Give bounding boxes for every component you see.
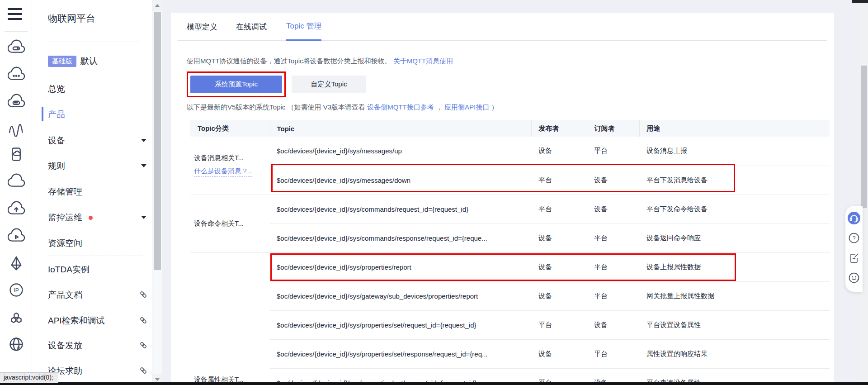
scrollbar-thumb[interactable] <box>861 66 867 208</box>
svg-text:w: w <box>16 345 20 350</box>
icon-rail: IP w <box>0 0 32 385</box>
tab-topic-management[interactable]: Topic 管理 <box>286 13 321 41</box>
sidebar-dashed-divider <box>48 256 143 256</box>
app-api-link[interactable]: 应用侧API接口 <box>444 103 489 111</box>
col-header-topic-category: Topic分类 <box>190 120 270 137</box>
cloud-dots-icon[interactable] <box>8 65 25 82</box>
table-row: $oc/devices/{device_id}/sys/properties/s… <box>190 339 830 368</box>
instance-row[interactable]: 基础版 默认 <box>48 55 98 67</box>
cloud-server-icon[interactable] <box>8 38 25 55</box>
sidebar-item-overview[interactable]: 总览 <box>48 83 148 95</box>
rail-divider <box>5 31 28 32</box>
alert-dot <box>89 216 93 220</box>
group-cell-commands: 设备命令相关T... <box>190 195 270 252</box>
intro-text: 使用MQTT协议通信的设备，通过Topic将设备数据分类上报和接收。 关于MQT… <box>187 57 453 66</box>
col-header-usage: 用途 <box>639 120 830 137</box>
smiley-feedback-icon[interactable] <box>848 271 860 284</box>
globe-icon[interactable]: w <box>8 336 25 353</box>
col-header-subscriber: 订阅者 <box>587 120 639 137</box>
external-link-icon <box>139 341 147 349</box>
sidebar-item-api-explorer[interactable]: API检索和调试 <box>48 315 148 327</box>
sidebar-item-resource-space[interactable]: 资源空间 <box>48 238 148 249</box>
table-header-row: Topic分类 Topic 发布者 订阅者 用途 <box>190 120 830 137</box>
external-link-icon <box>139 316 147 324</box>
browser-status-bar: javascript:void(0); <box>0 372 58 383</box>
what-is-device-message-link[interactable]: 什么是设备消息？.. <box>194 167 252 177</box>
help-question-icon[interactable]: ? <box>848 232 860 244</box>
chevron-down-icon <box>141 164 146 167</box>
page-scrollbar[interactable] <box>860 0 868 385</box>
tab-bar: 模型定义 在线调试 Topic 管理 <box>178 13 827 41</box>
external-link-icon <box>139 366 147 375</box>
help-float-panel: ? <box>845 206 863 292</box>
version-note: 以下是最新的V5版本的系统Topic （如需使用 V3版本请查看 设备侧MQTT… <box>187 103 498 112</box>
svg-text:IP: IP <box>14 287 19 294</box>
main-content-card: 模型定义 在线调试 Topic 管理 使用MQTT协议通信的设备，通过Topic… <box>171 13 834 385</box>
feedback-form-icon[interactable] <box>848 252 860 264</box>
cloud-play-icon[interactable] <box>8 227 25 244</box>
sidebar-item-product-docs[interactable]: 产品文档 <box>48 289 148 301</box>
svg-text:?: ? <box>852 235 855 242</box>
group-cell-messages: 设备消息相关T... 什么是设备消息？.. <box>190 137 270 195</box>
table-row: $oc/devices/{device_id}/sys/properties/s… <box>190 310 830 339</box>
sidebar-item-rules[interactable]: 规则 <box>48 160 148 172</box>
tab-online-debug[interactable]: 在线调试 <box>236 13 267 41</box>
mqtt-usage-link[interactable]: 关于MQTT消息使用 <box>393 57 453 65</box>
scroll-up-button[interactable] <box>152 0 162 11</box>
instance-name: 默认 <box>80 55 98 67</box>
device-cloud-icon[interactable] <box>8 146 25 163</box>
sidebar-item-devices[interactable]: 设备 <box>48 135 148 147</box>
sidebar-item-products[interactable]: 产品 <box>48 109 148 120</box>
cloud-lines-icon[interactable] <box>8 92 25 109</box>
ip-circle-icon[interactable]: IP <box>8 281 25 299</box>
system-topic-button[interactable]: 系统预置Topic <box>190 76 282 93</box>
window-edge <box>852 0 868 3</box>
chevron-down-icon <box>141 216 146 219</box>
cloud-icon[interactable] <box>8 172 25 189</box>
group-cell-properties: 设备属性相关T... <box>190 252 270 385</box>
sidebar-title-divider <box>48 42 141 42</box>
table-row: $oc/devices/{device_id}/sys/gateway/sub_… <box>190 281 830 310</box>
waves-icon[interactable] <box>8 119 25 137</box>
table-row: 设备属性相关T... $oc/devices/{device_id}/sys/p… <box>190 252 830 281</box>
system-topic-table: Topic分类 Topic 发布者 订阅者 用途 设备消息相关T... 什么是设… <box>190 120 830 385</box>
external-link-icon <box>139 290 147 299</box>
sidebar-item-storage[interactable]: 存储管理 <box>48 186 148 198</box>
sidebar-item-om[interactable]: 监控运维 <box>48 212 148 223</box>
scrollbar-thumb[interactable] <box>154 12 161 270</box>
table-row: $oc/devices/{device_id}/sys/messages/dow… <box>190 166 830 195</box>
hamburger-menu-icon[interactable] <box>8 8 22 21</box>
col-header-topic: Topic <box>270 120 531 137</box>
active-item-bar <box>42 107 43 121</box>
cloud-upload-icon[interactable] <box>8 200 25 217</box>
sidebar-item-forum-help[interactable]: 论坛求助 <box>48 365 148 377</box>
sidebar-item-device-provisioning[interactable]: 设备发放 <box>48 340 148 352</box>
chevron-down-icon <box>141 139 146 142</box>
sidebar-item-iotda-instance[interactable]: IoTDA实例 <box>48 264 148 276</box>
sidebar-title: 物联网平台 <box>48 12 95 25</box>
col-header-publisher: 发布者 <box>531 120 587 137</box>
edition-badge: 基础版 <box>48 56 76 67</box>
device-mqtt-api-link[interactable]: 设备侧MQTT接口参考 <box>367 103 434 111</box>
support-headset-icon[interactable] <box>848 212 860 224</box>
table-row: 设备命令相关T... $oc/devices/{device_id}/sys/c… <box>190 195 830 223</box>
topic-type-switch: 系统预置Topic 自定义Topic <box>190 76 366 93</box>
hexagons-icon[interactable] <box>8 309 25 327</box>
custom-topic-button[interactable]: 自定义Topic <box>292 76 366 93</box>
table-row: $oc/devices/{device_id}/sys/commands/res… <box>190 223 830 252</box>
sidebar-scrollbar[interactable] <box>152 0 162 385</box>
sidebar: 物联网平台 基础版 默认 总览 产品 设备 规则 存储管理 监控运维 资源空间 … <box>32 0 152 385</box>
tab-model-definition[interactable]: 模型定义 <box>187 13 217 41</box>
bottom-edge-bar <box>0 382 868 385</box>
prism-icon[interactable] <box>8 255 25 272</box>
table-row: 设备消息相关T... 什么是设备消息？.. $oc/devices/{devic… <box>190 137 830 166</box>
